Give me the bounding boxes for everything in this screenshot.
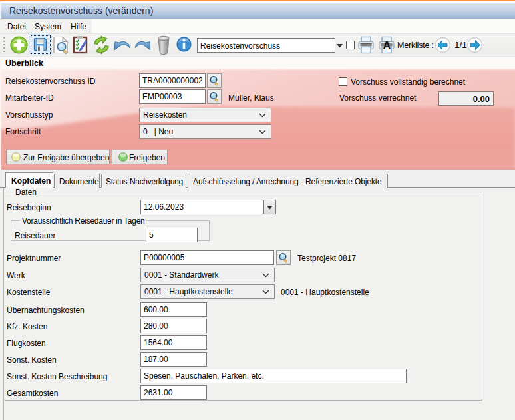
svg-text:A: A: [383, 39, 391, 52]
